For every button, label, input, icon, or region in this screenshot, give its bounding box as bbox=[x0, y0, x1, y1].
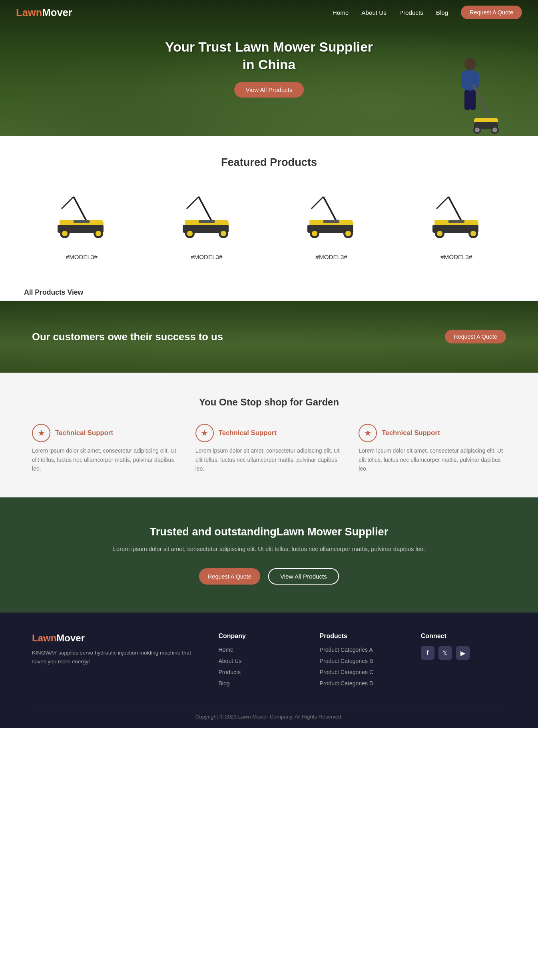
product-image bbox=[149, 185, 265, 249]
hero-person-illustration bbox=[434, 48, 506, 136]
feature-icon: ★ bbox=[32, 424, 50, 442]
feature-text: Lorem ipsum dolor sit amet, consectetur … bbox=[195, 446, 343, 473]
logo-lawn: Lawn bbox=[16, 7, 42, 18]
hero-content: Your Trust Lawn Mower Supplier in China … bbox=[165, 38, 373, 98]
feature-title: Technical Support bbox=[55, 429, 113, 437]
cta-banner-text: Our customers owe their success to us bbox=[32, 331, 223, 343]
product-image bbox=[24, 185, 139, 249]
product-image bbox=[274, 185, 389, 249]
header-quote-button[interactable]: Request A Quote bbox=[461, 6, 522, 19]
footer-product-cat-c[interactable]: Product Categories C bbox=[320, 669, 374, 675]
footer-link-home[interactable]: Home bbox=[218, 647, 233, 653]
feature-icon: ★ bbox=[359, 424, 377, 442]
footer-link-about[interactable]: About Us bbox=[218, 658, 241, 664]
feature-text: Lorem ipsum dolor sit amet, consectetur … bbox=[359, 446, 506, 473]
svg-point-29 bbox=[187, 231, 193, 236]
product-card: #MODEL3# bbox=[399, 185, 514, 260]
svg-rect-5 bbox=[470, 90, 476, 110]
all-products-view-section: All Products View bbox=[0, 280, 538, 301]
product-card: #MODEL3# bbox=[274, 185, 389, 260]
product-model: #MODEL3# bbox=[274, 253, 389, 260]
feature-item: ★ Technical Support Lorem ipsum dolor si… bbox=[195, 424, 343, 473]
product-model: #MODEL3# bbox=[149, 253, 265, 260]
svg-point-10 bbox=[475, 128, 480, 132]
svg-line-6 bbox=[473, 84, 490, 120]
featured-title: Featured Products bbox=[24, 156, 514, 169]
footer-logo-mover: Mover bbox=[56, 633, 85, 643]
feature-header: ★ Technical Support bbox=[195, 424, 343, 442]
cta-banner-button[interactable]: Request A Quote bbox=[445, 330, 506, 343]
svg-point-49 bbox=[437, 231, 442, 236]
footer-desc: KINGWAY supplies servo hydraulic injecti… bbox=[32, 649, 202, 666]
footer-product-cat-a[interactable]: Product Categories A bbox=[320, 647, 373, 653]
twitter-icon[interactable]: 𝕏 bbox=[438, 646, 452, 660]
footer-company-title: Conpany bbox=[218, 633, 303, 640]
facebook-icon[interactable]: f bbox=[421, 646, 434, 660]
svg-line-14 bbox=[62, 197, 74, 209]
trusted-buttons: Request A Quote View All Products bbox=[40, 568, 498, 585]
footer-logo[interactable]: LawnMover bbox=[32, 633, 202, 644]
hero-cta-button[interactable]: View All Products bbox=[234, 82, 303, 98]
svg-point-21 bbox=[96, 231, 101, 236]
nav-home[interactable]: Home bbox=[333, 9, 349, 16]
feature-title: Technical Support bbox=[219, 429, 277, 437]
feature-item: ★ Technical Support Lorem ipsum dolor si… bbox=[359, 424, 506, 473]
svg-point-51 bbox=[470, 231, 476, 236]
products-grid: #MODEL3# #MODEL3# bbox=[24, 185, 514, 260]
all-products-view-label: All Products View bbox=[24, 288, 514, 297]
site-header: LawnMover Home About Us Products Blog Re… bbox=[0, 0, 538, 25]
features-grid: ★ Technical Support Lorem ipsum dolor si… bbox=[32, 424, 506, 473]
nav-blog[interactable]: Blog bbox=[436, 9, 448, 16]
svg-point-19 bbox=[62, 231, 68, 236]
footer-copyright: Copyright © 2023 Lawn Mower Company. All… bbox=[32, 707, 506, 720]
nav-about[interactable]: About Us bbox=[361, 9, 386, 16]
social-icons: f 𝕏 ▶ bbox=[421, 646, 506, 660]
svg-rect-4 bbox=[464, 90, 470, 110]
featured-products-section: Featured Products #MODEL3# bbox=[0, 136, 538, 280]
svg-rect-52 bbox=[448, 220, 464, 223]
svg-rect-2 bbox=[461, 72, 467, 88]
footer-products-title: Products bbox=[320, 633, 405, 640]
features-section: You One Stop shop for Garden ★ Technical… bbox=[0, 373, 538, 497]
footer-logo-lawn: Lawn bbox=[32, 633, 56, 643]
footer-product-cat-b[interactable]: Product Categories B bbox=[320, 658, 373, 664]
cta-banner-section: Our customers owe their success to us Re… bbox=[0, 301, 538, 373]
feature-title: Technical Support bbox=[382, 429, 440, 437]
svg-point-12 bbox=[492, 128, 497, 132]
svg-line-44 bbox=[436, 197, 448, 209]
svg-rect-32 bbox=[199, 220, 215, 223]
trusted-products-button[interactable]: View All Products bbox=[268, 568, 339, 585]
feature-icon: ★ bbox=[195, 424, 214, 442]
product-card: #MODEL3# bbox=[149, 185, 265, 260]
main-nav: Home About Us Products Blog Request A Qu… bbox=[333, 6, 522, 19]
footer-link-products[interactable]: Products bbox=[218, 669, 241, 675]
svg-rect-42 bbox=[323, 220, 339, 223]
trusted-text: Lorem ipsum dolor sit amet, consectetur … bbox=[40, 545, 498, 554]
svg-point-31 bbox=[221, 231, 226, 236]
product-image bbox=[399, 185, 514, 249]
svg-point-41 bbox=[345, 231, 351, 236]
footer-products-links: Product Categories A Product Categories … bbox=[320, 646, 405, 687]
footer-products-col: Products Product Categories A Product Ca… bbox=[320, 633, 405, 691]
logo-mover: Mover bbox=[42, 7, 72, 18]
feature-text: Lorem ipsum dolor sit amet, consectetur … bbox=[32, 446, 179, 473]
footer-company-col: Conpany Home About Us Products Blog bbox=[218, 633, 303, 691]
trusted-quote-button[interactable]: Request A Quote bbox=[199, 568, 260, 585]
svg-line-34 bbox=[311, 197, 323, 209]
feature-item: ★ Technical Support Lorem ipsum dolor si… bbox=[32, 424, 179, 473]
youtube-icon[interactable]: ▶ bbox=[456, 646, 470, 660]
svg-point-39 bbox=[312, 231, 317, 236]
footer-product-cat-d[interactable]: Product Categories D bbox=[320, 680, 374, 687]
footer-grid: LawnMover KINGWAY supplies servo hydraul… bbox=[32, 633, 506, 691]
feature-header: ★ Technical Support bbox=[32, 424, 179, 442]
nav-products[interactable]: Products bbox=[399, 9, 423, 16]
trusted-title: Trusted and outstandingLawn Mower Suppli… bbox=[40, 525, 498, 538]
feature-header: ★ Technical Support bbox=[359, 424, 506, 442]
footer-brand-col: LawnMover KINGWAY supplies servo hydraul… bbox=[32, 633, 202, 691]
site-footer: LawnMover KINGWAY supplies servo hydraul… bbox=[0, 613, 538, 728]
product-card: #MODEL3# bbox=[24, 185, 139, 260]
footer-link-blog[interactable]: Blog bbox=[218, 680, 229, 687]
product-model: #MODEL3# bbox=[24, 253, 139, 260]
logo[interactable]: LawnMover bbox=[16, 7, 72, 18]
features-title: You One Stop shop for Garden bbox=[32, 397, 506, 408]
